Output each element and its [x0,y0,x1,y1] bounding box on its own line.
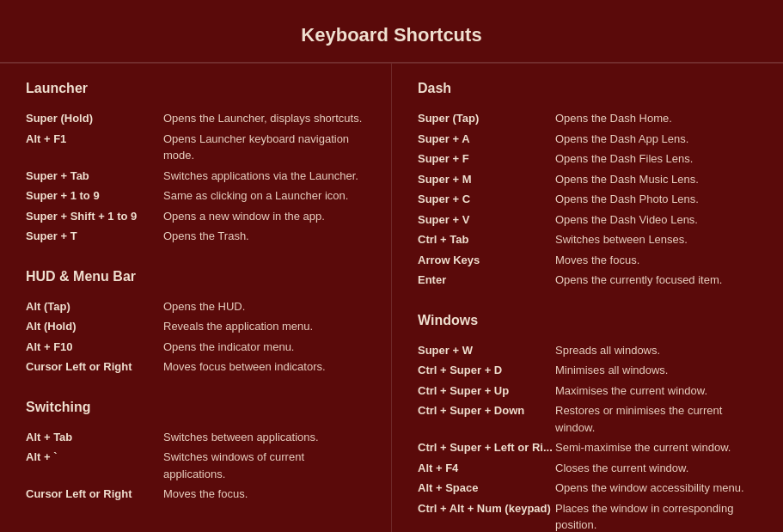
shortcut-row: Alt + F10 Opens the indicator menu. [26,339,365,356]
switching-title: Switching [26,400,365,419]
shortcut-desc: Restores or minimises the current window… [555,402,757,436]
shortcut-row: Super + M Opens the Dash Music Lens. [418,171,757,188]
shortcut-desc: Opens Launcher keyboard navigation mode. [163,131,365,164]
shortcut-row: Super (Tap) Opens the Dash Home. [418,110,757,127]
shortcut-desc: Opens the Dash Home. [555,110,757,127]
shortcut-row: Super + F Opens the Dash Files Lens. [418,150,757,168]
shortcut-row: Alt (Hold) Reveals the application menu. [26,318,365,335]
shortcut-desc: Moves the focus. [555,252,757,269]
shortcut-desc: Places the window in corresponding posit… [555,500,757,533]
shortcut-row: Super + A Opens the Dash App Lens. [418,131,757,148]
shortcut-key: Ctrl + Super + Down [418,402,555,436]
shortcut-key: Super + M [418,171,555,188]
shortcut-row: Super + 1 to 9 Same as clicking on a Lau… [26,187,365,205]
shortcut-key: Cursor Left or Right [26,358,163,376]
shortcut-row: Ctrl + Super + Up Maximises the current … [418,382,757,400]
shortcut-desc: Reveals the application menu. [163,318,365,335]
shortcut-key: Ctrl + Super + D [418,362,555,379]
shortcut-key: Ctrl + Super + Left or Ri... [418,439,555,456]
dash-title: Dash [418,81,757,100]
shortcut-desc: Maximises the current window. [555,382,757,400]
shortcut-desc: Opens the currently focused item. [555,272,757,289]
shortcut-key: Super + T [26,228,163,245]
shortcut-key: Super + V [418,211,555,229]
shortcut-desc: Opens the Dash Files Lens. [555,150,757,168]
shortcut-key: Arrow Keys [418,252,555,269]
shortcut-row: Arrow Keys Moves the focus. [418,252,757,269]
shortcut-row: Alt + Space Opens the window accessibili… [418,480,757,497]
shortcut-row: Super + C Opens the Dash Photo Lens. [418,191,757,208]
shortcut-desc: Opens the Trash. [163,228,365,245]
shortcut-desc: Switches between Lenses. [555,231,757,248]
shortcut-desc: Opens the HUD. [163,298,365,315]
shortcut-desc: Opens the Dash Video Lens. [555,211,757,229]
shortcut-desc: Same as clicking on a Launcher icon. [163,187,365,205]
shortcut-key: Super + F [418,150,555,168]
shortcut-row: Alt + Tab Switches between applications. [26,429,365,446]
shortcut-key: Super + Shift + 1 to 9 [26,208,163,225]
launcher-title: Launcher [26,81,365,100]
shortcut-row: Alt + ` Switches windows of current appl… [26,449,365,482]
shortcut-desc: Semi-maximise the current window. [555,439,757,456]
shortcut-key: Alt (Hold) [26,318,163,335]
shortcut-row: Alt (Tap) Opens the HUD. [26,298,365,315]
shortcut-key: Alt + F1 [26,131,163,164]
shortcut-row: Super + V Opens the Dash Video Lens. [418,211,757,229]
shortcut-key: Enter [418,272,555,289]
shortcut-desc: Opens the Dash Photo Lens. [555,191,757,208]
shortcut-desc: Moves the focus. [163,486,365,503]
shortcut-desc: Spreads all windows. [555,342,757,359]
shortcut-row: Super + Shift + 1 to 9 Opens a new windo… [26,208,365,225]
shortcut-desc: Switches windows of current applications… [163,449,365,482]
shortcut-key: Alt + ` [26,449,163,482]
hud-title: HUD & Menu Bar [26,269,365,288]
shortcut-key: Alt (Tap) [26,298,163,315]
shortcut-key: Super (Tap) [418,110,555,127]
shortcut-desc: Minimises all windows. [555,362,757,379]
section-hud: HUD & Menu Bar Alt (Tap) Opens the HUD. … [26,269,365,376]
shortcut-row: Super + T Opens the Trash. [26,228,365,245]
shortcut-key: Alt + F10 [26,339,163,356]
right-column: Dash Super (Tap) Opens the Dash Home. Su… [392,64,783,532]
windows-title: Windows [418,313,757,332]
shortcut-row: Cursor Left or Right Moves the focus. [26,486,365,503]
page-title: Keyboard Shortcuts [0,0,783,63]
shortcut-row: Ctrl + Super + Down Restores or minimise… [418,402,757,436]
shortcut-key: Super + W [418,342,555,359]
shortcut-key: Super (Hold) [26,110,163,127]
shortcut-row: Alt + F1 Opens Launcher keyboard navigat… [26,131,365,164]
shortcut-row: Ctrl + Super + D Minimises all windows. [418,362,757,379]
shortcut-desc: Switches applications via the Launcher. [163,168,365,185]
shortcut-desc: Opens a new window in the app. [163,208,365,225]
shortcut-row: Ctrl + Tab Switches between Lenses. [418,231,757,248]
shortcut-desc: Moves focus between indicators. [163,358,365,376]
shortcut-key: Cursor Left or Right [26,486,163,503]
shortcut-key: Super + C [418,191,555,208]
shortcut-desc: Switches between applications. [163,429,365,446]
shortcut-key: Ctrl + Alt + Num (keypad) [418,500,555,533]
shortcut-row: Ctrl + Super + Left or Ri... Semi-maximi… [418,439,757,456]
shortcut-row: Super (Hold) Opens the Launcher, display… [26,110,365,127]
shortcut-key: Alt + F4 [418,460,555,477]
section-launcher: Launcher Super (Hold) Opens the Launcher… [26,81,365,245]
shortcut-row: Ctrl + Alt + Num (keypad) Places the win… [418,500,757,533]
shortcut-key: Ctrl + Super + Up [418,382,555,400]
shortcut-row: Super + Tab Switches applications via th… [26,168,365,185]
section-switching: Switching Alt + Tab Switches between app… [26,400,365,503]
shortcut-key: Super + A [418,131,555,148]
shortcut-desc: Closes the current window. [555,460,757,477]
shortcut-desc: Opens the Launcher, displays shortcuts. [163,110,365,127]
shortcut-key: Super + Tab [26,168,163,185]
shortcut-desc: Opens the window accessibility menu. [555,480,757,497]
section-dash: Dash Super (Tap) Opens the Dash Home. Su… [418,81,757,289]
shortcut-key: Alt + Space [418,480,555,497]
left-column: Launcher Super (Hold) Opens the Launcher… [0,64,392,532]
shortcut-row: Cursor Left or Right Moves focus between… [26,358,365,376]
shortcut-desc: Opens the Dash App Lens. [555,131,757,148]
shortcut-desc: Opens the Dash Music Lens. [555,171,757,188]
section-windows: Windows Super + W Spreads all windows. C… [418,313,757,533]
shortcut-key: Alt + Tab [26,429,163,446]
shortcut-row: Enter Opens the currently focused item. [418,272,757,289]
shortcut-row: Alt + F4 Closes the current window. [418,460,757,477]
shortcut-key: Ctrl + Tab [418,231,555,248]
